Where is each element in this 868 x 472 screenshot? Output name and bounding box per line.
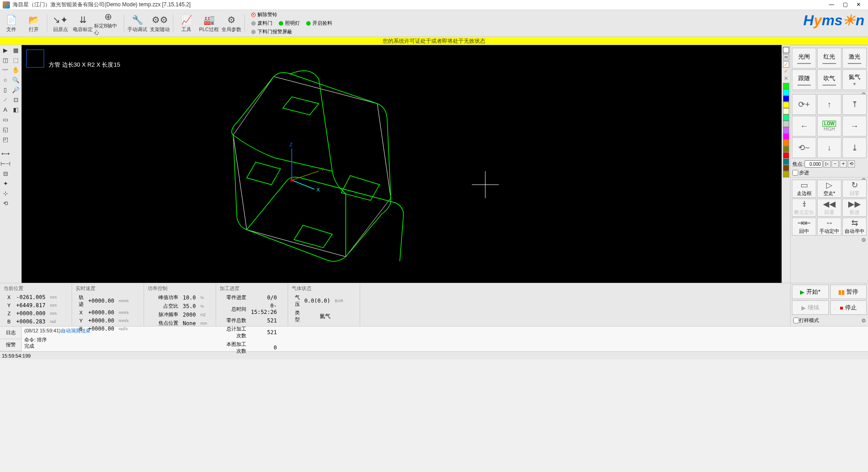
color-swatch[interactable]: [783, 159, 789, 165]
unload-row[interactable]: 下料门报警屏蔽: [251, 28, 332, 35]
wrap-tool[interactable]: ◰: [0, 134, 11, 144]
node-tool[interactable]: ◫: [0, 55, 11, 65]
follow-button[interactable]: 跟随: [792, 69, 816, 90]
dry-run-button[interactable]: ▷空走*: [817, 180, 841, 198]
blow-button[interactable]: 吹气: [817, 69, 841, 90]
snap-tool[interactable]: ✦: [0, 178, 11, 188]
layer-x[interactable]: ✕: [783, 76, 789, 82]
circle-tool[interactable]: ○: [0, 75, 11, 85]
global-button[interactable]: ⚙全局参数: [220, 11, 243, 36]
3d-viewport[interactable]: 方管 边长30 X R2 X 长度15: [22, 45, 782, 283]
measure-tool[interactable]: ⟷: [0, 149, 11, 159]
pause-button[interactable]: ▮▮暂停: [830, 285, 867, 299]
focus-minus-button[interactable]: −: [832, 160, 839, 168]
color-swatch[interactable]: [783, 121, 789, 127]
cube-tool[interactable]: ◱: [0, 124, 11, 134]
align-tool[interactable]: ⊟: [0, 168, 11, 178]
frame-button[interactable]: ▭走边框: [792, 180, 816, 198]
auto-center-button[interactable]: ⇆自动寻中: [842, 218, 867, 236]
text-tool[interactable]: A: [0, 104, 11, 114]
polyline-tool[interactable]: ⟋: [0, 95, 11, 104]
color-swatch[interactable]: [783, 165, 789, 171]
nitrogen-button[interactable]: 氮气▼: [842, 69, 867, 90]
jog-down-button[interactable]: ↓: [817, 137, 841, 158]
clear-alarm-row[interactable]: ✕解除警铃: [251, 11, 332, 18]
sample-mode-checkbox[interactable]: [793, 318, 799, 323]
open-button[interactable]: 📂打开: [23, 11, 45, 36]
color-swatch[interactable]: [783, 152, 789, 159]
stop-button[interactable]: ■停止: [830, 300, 867, 315]
layer-toggle[interactable]: [783, 47, 789, 53]
z-down-button[interactable]: ⤓: [842, 137, 867, 158]
gear-icon[interactable]: ⚙: [861, 318, 866, 324]
curve-tool[interactable]: 〰: [0, 65, 11, 75]
home-button[interactable]: ↘✦回原点: [49, 11, 72, 36]
color-swatch[interactable]: [783, 146, 789, 152]
light-label[interactable]: 照明灯: [285, 20, 300, 27]
dimension-tool[interactable]: ⊢⊣: [0, 159, 11, 168]
rotate-tool[interactable]: ⟲: [0, 198, 11, 208]
origin-tool[interactable]: ⊹: [0, 188, 11, 198]
focus-input[interactable]: [805, 160, 823, 168]
breakpoint-button[interactable]: ⤈断点定位: [792, 199, 816, 217]
speed-toggle[interactable]: LOWHIGH: [817, 116, 841, 136]
grid-tool[interactable]: ▦: [11, 45, 22, 55]
auto-pick-label[interactable]: 开启捡料: [312, 20, 332, 27]
waste-door-label[interactable]: 废料门: [258, 20, 272, 27]
layer-check[interactable]: ✓: [783, 61, 789, 68]
fit-tool[interactable]: ⊡: [11, 95, 22, 104]
manual-button[interactable]: 🔧手动调试: [126, 11, 149, 36]
jog-left-button[interactable]: ←: [792, 116, 816, 136]
color-swatch[interactable]: [783, 102, 789, 108]
center-button[interactable]: ⇥⇤回中: [792, 218, 816, 236]
red-light-button[interactable]: 红光: [817, 48, 841, 68]
support-button[interactable]: ⚙⚙支架随动: [149, 11, 171, 36]
resume-button[interactable]: ▶继续: [792, 300, 829, 315]
jog-right-button[interactable]: →: [842, 116, 867, 136]
alarm-tab[interactable]: 报警: [0, 339, 21, 352]
color-swatch[interactable]: [783, 133, 789, 140]
color-swatch[interactable]: [783, 108, 789, 114]
back-button[interactable]: ◀◀回退: [817, 199, 841, 217]
forward-button[interactable]: ▶▶前进: [842, 199, 867, 217]
rect-select-tool[interactable]: ⬚: [11, 55, 22, 65]
manual-center-button[interactable]: ↔手动定中: [817, 218, 841, 236]
color-swatch[interactable]: [783, 140, 789, 146]
color-swatch[interactable]: [783, 171, 789, 177]
b-axis-button[interactable]: ⊕标定B轴中心: [94, 11, 122, 36]
tools-button[interactable]: 📈工具: [175, 11, 198, 36]
color-swatch[interactable]: [783, 127, 789, 133]
color-swatch[interactable]: [783, 95, 789, 102]
rotate-ccw-button[interactable]: ⟲−: [792, 137, 816, 158]
step-checkbox[interactable]: [792, 170, 798, 176]
minimize-button[interactable]: —: [825, 0, 838, 9]
z-up-button[interactable]: ⤒: [842, 94, 867, 115]
square-tool[interactable]: ▯: [0, 85, 11, 95]
file-button[interactable]: 📄文件: [0, 11, 23, 36]
plc-button[interactable]: 🏭PLC过程: [198, 11, 220, 36]
focus-go-button[interactable]: ▷: [823, 160, 831, 168]
layer-h-toggle[interactable]: H: [783, 54, 789, 60]
layer-tool[interactable]: ◧: [11, 104, 22, 114]
color-swatch[interactable]: [783, 83, 789, 89]
maximize-button[interactable]: ▢: [838, 0, 852, 9]
color-swatch[interactable]: [783, 114, 789, 121]
layer-checked[interactable]: ✓: [783, 68, 789, 75]
focus-reset-button[interactable]: ⟲: [848, 160, 855, 168]
pan-tool[interactable]: ✋: [11, 65, 22, 75]
select-tool[interactable]: ▶: [0, 45, 11, 55]
jog-up-button[interactable]: ↑: [817, 94, 841, 115]
gear-icon[interactable]: ⚙: [861, 237, 866, 243]
zero-button[interactable]: ↻回零: [842, 180, 867, 198]
cap-cal-button[interactable]: ⇊电容标定: [72, 11, 94, 36]
close-button[interactable]: ✕: [852, 0, 865, 9]
laser-button[interactable]: 激光: [842, 48, 867, 68]
log-tab[interactable]: 日志: [0, 327, 21, 339]
frame-tool[interactable]: ▭: [0, 114, 11, 124]
zoom-tool[interactable]: 🔍: [11, 75, 22, 85]
color-swatch[interactable]: [783, 89, 789, 95]
start-button[interactable]: ▶开始*: [792, 285, 829, 299]
search-tool[interactable]: 🔎: [11, 85, 22, 95]
rotate-cw-button[interactable]: ⟳+: [792, 94, 816, 115]
focus-plus-button[interactable]: +: [840, 160, 847, 168]
